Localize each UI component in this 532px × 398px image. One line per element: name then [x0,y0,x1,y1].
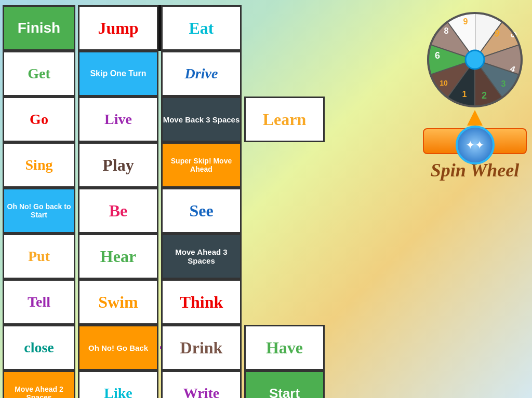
go-cell[interactable]: Go [3,97,75,142]
drive-label: Drive [185,65,218,82]
eat-cell[interactable]: Eat [161,5,242,51]
super-skip-cell[interactable]: Super Skip! Move Ahead [161,142,242,188]
orange-bar[interactable]: ✦✦ [423,128,527,154]
be-cell[interactable]: Be [78,188,158,234]
start-cell[interactable]: Start [244,370,325,398]
wheel-up-arrow [467,110,483,126]
close-label: close [24,339,54,356]
spin-wheel[interactable]: 9 5 4 3 2 1 10 6 8 9 [425,10,524,109]
jump-label: Jump [98,19,138,38]
move-ahead-3-label: Move Ahead 3 Spaces [163,248,240,265]
left-column: Finish Get Go Sing Oh No! Go back to Sta… [3,5,75,398]
get-label: Get [28,65,50,82]
put-label: Put [28,248,50,265]
svg-text:6: 6 [435,50,440,61]
write-cell[interactable]: Write [161,370,242,398]
think-label: Think [180,293,223,312]
tell-cell[interactable]: Tell [3,279,75,325]
drive-cell[interactable]: Drive [161,51,242,97]
board: Finish Get Go Sing Oh No! Go back to Sta… [3,5,429,394]
live-label: Live [104,111,132,128]
finish-label: Finish [18,20,60,36]
svg-text:1: 1 [462,90,467,99]
learn-label: Learn [263,110,307,129]
play-label: Play [102,156,134,175]
hear-label: Hear [100,247,136,266]
see-cell[interactable]: See [161,188,242,234]
spin-button-area[interactable]: ✦✦ [423,128,527,154]
put-cell[interactable]: Put [3,234,75,279]
oh-no-label: Oh No! Go back to Start [4,202,74,219]
skip-one-turn-label: Skip One Turn [90,69,146,78]
stars-icon: ✦✦ [466,139,484,152]
finish-cell[interactable]: Finish [3,5,75,51]
swim-label: Swim [98,293,138,312]
move-ahead-2-cell[interactable]: Move Ahead 2 Spaces [3,370,75,398]
skip-one-turn-cell[interactable]: Skip One Turn [78,51,158,97]
be-label: Be [109,201,128,221]
play-cell[interactable]: Play [78,142,158,188]
mid-column: Jump Skip One Turn Live Play Be Hear Swi… [78,5,158,398]
get-cell[interactable]: Get [3,51,75,97]
svg-text:3: 3 [501,79,506,88]
oh-no-cell[interactable]: Oh No! Go back to Start [3,188,75,234]
tell-label: Tell [28,294,50,310]
jump-cell[interactable]: Jump [78,5,158,51]
star-circle: ✦✦ [456,126,495,164]
right-column: Eat Drive Move Back 3 Spaces Super Skip!… [161,5,242,398]
learn-cell[interactable]: Learn [244,97,325,142]
svg-text:8: 8 [444,26,449,35]
move-back-3-label: Move Back 3 Spaces [163,115,240,124]
super-skip-label: Super Skip! Move Ahead [163,157,240,173]
svg-text:10: 10 [440,79,448,87]
move-back-3-cell[interactable]: Move Back 3 Spaces [161,97,242,142]
like-label: Like [104,385,132,398]
have-cell[interactable]: Have [244,325,325,370]
write-label: Write [183,385,219,398]
oh-no-go-back-cell[interactable]: Oh No! Go Back [78,325,158,370]
live-cell[interactable]: Live [78,97,158,142]
sing-label: Sing [25,157,53,173]
go-label: Go [30,111,48,128]
swim-cell[interactable]: Swim [78,279,158,325]
see-label: See [189,201,213,221]
move-ahead-3-cell[interactable]: Move Ahead 3 Spaces [161,234,242,279]
drink-cell[interactable]: Drink [161,325,242,370]
think-cell[interactable]: Think [161,279,242,325]
svg-text:9: 9 [463,17,468,26]
svg-point-10 [466,50,484,69]
move-ahead-2-label: Move Ahead 2 Spaces [4,385,74,398]
have-label: Have [266,338,303,358]
drink-label: Drink [180,338,223,358]
spin-section: 9 5 4 3 2 1 10 6 8 9 ✦✦ Spin Wheel [420,10,529,181]
oh-no-go-back-label: Oh No! Go Back [88,344,148,352]
hear-cell[interactable]: Hear [78,234,158,279]
like-cell[interactable]: Like [78,370,158,398]
sing-cell[interactable]: Sing [3,142,75,188]
svg-text:2: 2 [482,90,487,101]
start-label: Start [269,386,300,399]
close-cell[interactable]: close [3,325,75,370]
eat-label: Eat [189,19,214,38]
